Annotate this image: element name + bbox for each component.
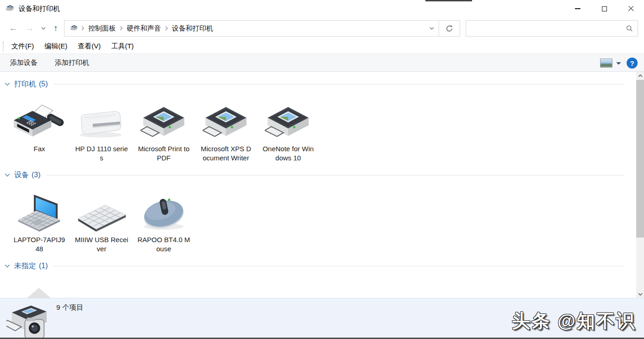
chevron-down-icon [429, 27, 434, 30]
printer-icon [140, 97, 187, 141]
menu-edit[interactable]: 编辑(E) [42, 41, 70, 52]
minimize-button[interactable] [564, 0, 591, 17]
section-rule [46, 175, 624, 175]
forward-button[interactable]: → [23, 17, 37, 39]
minimize-icon [575, 8, 580, 9]
menubar-gripper[interactable] [3, 42, 4, 51]
screenshot-artifact-top [425, 0, 472, 1]
up-button[interactable]: ↑ [49, 17, 62, 39]
address-bar[interactable]: 控制面板 硬件和声音 设备和打印机 [64, 20, 460, 37]
vertical-scrollbar[interactable] [636, 72, 644, 298]
back-button[interactable]: ← [6, 17, 20, 39]
maximize-icon [602, 6, 607, 11]
search-box [466, 20, 638, 37]
mouse-icon [139, 188, 188, 232]
menu-bar: 文件(F) 编辑(E) 查看(V) 工具(T) [0, 39, 644, 53]
hp-printer-icon [75, 97, 128, 141]
section-header-devices[interactable]: 设备 (3) [0, 168, 636, 182]
title-bar: 设备和打印机 [0, 0, 644, 17]
refresh-icon [445, 25, 453, 32]
items-count-text: 9 个项目 [56, 303, 83, 313]
help-button[interactable]: ? [627, 58, 638, 69]
add-printer-button[interactable]: 添加打印机 [55, 58, 89, 67]
printers-row: Fax HP DJ 1110 series Microsoft Print to… [0, 97, 636, 163]
scrollbar-up-button[interactable] [636, 72, 644, 79]
add-device-button[interactable]: 添加设备 [10, 58, 38, 67]
device-item-onenote[interactable]: OneNote for Windows 10 [257, 97, 319, 163]
section-count: (1) [39, 262, 48, 270]
breadcrumb-separator-icon[interactable] [81, 26, 84, 31]
fax-icon [14, 97, 65, 141]
chevron-down-icon [616, 62, 621, 65]
device-item-label: Microsoft Print to PDF [137, 144, 191, 163]
command-toolbar: 添加设备 添加打印机 ? [0, 53, 644, 72]
content-area: 打印机 (5) Fax HP DJ 1110 series Microsoft … [0, 72, 636, 298]
toolbar-right-group: ? [600, 54, 638, 72]
maximize-button[interactable] [591, 0, 617, 17]
collapse-chevron-icon [5, 82, 10, 86]
section-rule [54, 266, 624, 266]
search-input[interactable] [466, 21, 621, 36]
device-item-usb-receiver[interactable]: MIIIW USB Receiver [70, 188, 133, 254]
device-item-label: HP DJ 1110 series [75, 144, 129, 163]
app-printer-icon [5, 5, 15, 13]
section-count: (5) [39, 80, 48, 88]
section-title: 设备 [14, 170, 29, 180]
device-item-laptop[interactable]: LAPTOP-7APIJ948 [8, 188, 70, 254]
scrollbar-thumb[interactable] [636, 80, 644, 238]
unspecified-item-icon-partial[interactable] [22, 288, 56, 299]
devices-and-printers-window: { "window": { "title": "设备和打印机" }, "navb… [0, 0, 644, 339]
view-options-button[interactable] [600, 58, 621, 68]
breadcrumb-printer-icon [70, 25, 78, 32]
history-dropdown-button[interactable] [38, 17, 48, 39]
device-item-label: MIIIW USB Receiver [75, 235, 129, 254]
breadcrumb-item-hardware-sound[interactable]: 硬件和声音 [125, 24, 163, 33]
chevron-up-icon [638, 74, 643, 77]
device-item-label: Fax [33, 144, 45, 154]
menu-view[interactable]: 查看(V) [75, 41, 103, 52]
partial-device-icon [23, 288, 55, 299]
device-item-label: Microsoft XPS Document Writer [199, 144, 253, 163]
search-button[interactable] [621, 21, 638, 36]
address-dropdown-button[interactable] [425, 21, 439, 36]
breadcrumb-separator-icon[interactable] [165, 26, 168, 31]
section-header-unspecified[interactable]: 未指定 (1) [0, 259, 636, 273]
section-header-printers[interactable]: 打印机 (5) [0, 77, 636, 91]
chevron-down-icon [41, 27, 46, 30]
close-button[interactable] [617, 0, 644, 17]
breadcrumb: 控制面板 硬件和声音 设备和打印机 [64, 21, 425, 36]
device-item-bt-mouse[interactable]: RAPOO BT4.0 Mouse [133, 188, 195, 254]
breadcrumb-item-devices-printers[interactable]: 设备和打印机 [170, 24, 215, 33]
device-item-label: OneNote for Windows 10 [261, 144, 315, 163]
menu-tools[interactable]: 工具(T) [109, 41, 136, 52]
close-icon [628, 6, 634, 12]
refresh-button[interactable] [439, 21, 460, 36]
device-item-label: LAPTOP-7APIJ948 [12, 235, 66, 254]
device-item-print-to-pdf[interactable]: Microsoft Print to PDF [133, 97, 195, 163]
printer-icon [203, 97, 249, 141]
scrollbar-down-button[interactable] [636, 290, 644, 298]
laptop-icon [16, 188, 63, 232]
device-item-label: RAPOO BT4.0 Mouse [137, 235, 191, 254]
section-rule [54, 84, 624, 85]
device-item-xps-writer[interactable]: Microsoft XPS Document Writer [195, 97, 257, 163]
section-count: (3) [32, 171, 41, 179]
breadcrumb-separator-icon[interactable] [120, 26, 123, 31]
search-icon [626, 25, 633, 32]
window-title: 设备和打印机 [19, 5, 60, 13]
collapse-chevron-icon [5, 264, 10, 268]
section-title: 打印机 [14, 79, 36, 89]
device-item-fax[interactable]: Fax [8, 97, 70, 163]
photo-printer-camera-icon [6, 302, 50, 339]
collapse-chevron-icon [5, 173, 10, 177]
menu-file[interactable]: 文件(F) [9, 41, 36, 52]
device-item-hp-dj-1110[interactable]: HP DJ 1110 series [70, 97, 133, 163]
devices-row: LAPTOP-7APIJ948 MIIIW USB Receiver RAPOO… [0, 188, 636, 254]
navigation-bar: ← → ↑ 控制面板 硬件和声音 设备和打印机 [0, 17, 644, 39]
keyboard-icon [75, 188, 129, 232]
section-title: 未指定 [14, 261, 36, 271]
printer-icon [265, 97, 311, 141]
breadcrumb-item-control-panel[interactable]: 控制面板 [86, 24, 118, 33]
picture-view-icon [600, 58, 612, 68]
window-controls [564, 0, 644, 17]
